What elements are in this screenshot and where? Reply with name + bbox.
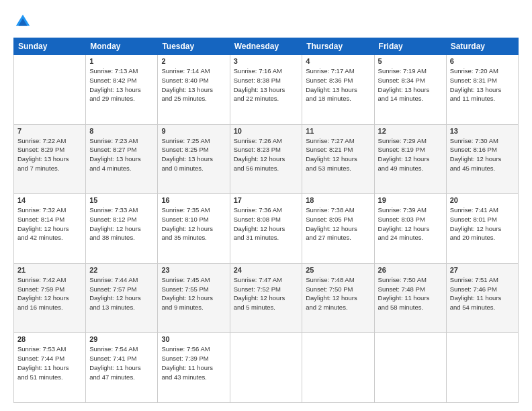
day-info: Sunrise: 7:22 AMSunset: 8:29 PMDaylight:…: [17, 136, 82, 173]
day-number: 19: [378, 196, 443, 204]
calendar-header-tuesday: Tuesday: [158, 38, 230, 55]
calendar-header-thursday: Thursday: [302, 38, 374, 55]
day-info: Sunrise: 7:42 AMSunset: 7:59 PMDaylight:…: [17, 275, 82, 312]
day-info: Sunrise: 7:45 AMSunset: 7:55 PMDaylight:…: [161, 275, 226, 312]
calendar-cell: 26Sunrise: 7:50 AMSunset: 7:48 PMDayligh…: [374, 263, 446, 333]
calendar-cell: [374, 333, 446, 403]
calendar-week-row: 7Sunrise: 7:22 AMSunset: 8:29 PMDaylight…: [14, 124, 519, 194]
calendar-cell: 24Sunrise: 7:47 AMSunset: 7:52 PMDayligh…: [230, 263, 302, 333]
day-number: 24: [234, 266, 299, 274]
day-number: 11: [306, 127, 370, 135]
day-number: 8: [89, 127, 154, 135]
calendar-cell: 25Sunrise: 7:48 AMSunset: 7:50 PMDayligh…: [302, 263, 374, 333]
day-number: 18: [306, 196, 370, 204]
calendar-cell: 6Sunrise: 7:20 AMSunset: 8:31 PMDaylight…: [446, 55, 518, 125]
calendar-header-wednesday: Wednesday: [230, 38, 302, 55]
calendar-cell: 11Sunrise: 7:27 AMSunset: 8:21 PMDayligh…: [302, 124, 374, 194]
day-info: Sunrise: 7:20 AMSunset: 8:31 PMDaylight:…: [450, 66, 515, 103]
day-info: Sunrise: 7:16 AMSunset: 8:38 PMDaylight:…: [234, 66, 299, 103]
calendar-cell: 15Sunrise: 7:33 AMSunset: 8:12 PMDayligh…: [86, 194, 158, 264]
day-info: Sunrise: 7:35 AMSunset: 8:10 PMDaylight:…: [161, 205, 226, 242]
calendar-week-row: 14Sunrise: 7:32 AMSunset: 8:14 PMDayligh…: [14, 194, 519, 264]
day-info: Sunrise: 7:29 AMSunset: 8:19 PMDaylight:…: [378, 136, 443, 173]
day-number: 28: [17, 335, 82, 343]
day-info: Sunrise: 7:26 AMSunset: 8:23 PMDaylight:…: [234, 136, 299, 173]
day-info: Sunrise: 7:14 AMSunset: 8:40 PMDaylight:…: [161, 66, 226, 103]
logo: [13, 12, 35, 31]
calendar-cell: 2Sunrise: 7:14 AMSunset: 8:40 PMDaylight…: [158, 55, 230, 125]
day-number: 29: [89, 335, 154, 343]
day-number: 9: [161, 127, 226, 135]
calendar-cell: 27Sunrise: 7:51 AMSunset: 7:46 PMDayligh…: [446, 263, 518, 333]
day-number: 22: [89, 266, 154, 274]
day-info: Sunrise: 7:32 AMSunset: 8:14 PMDaylight:…: [17, 205, 82, 242]
day-info: Sunrise: 7:51 AMSunset: 7:46 PMDaylight:…: [450, 275, 515, 312]
day-info: Sunrise: 7:19 AMSunset: 8:34 PMDaylight:…: [378, 66, 443, 103]
calendar-cell: 5Sunrise: 7:19 AMSunset: 8:34 PMDaylight…: [374, 55, 446, 125]
calendar-cell: 28Sunrise: 7:53 AMSunset: 7:44 PMDayligh…: [14, 333, 86, 403]
calendar-week-row: 28Sunrise: 7:53 AMSunset: 7:44 PMDayligh…: [14, 333, 519, 403]
day-number: 5: [378, 57, 443, 65]
day-number: 6: [450, 57, 515, 65]
day-info: Sunrise: 7:48 AMSunset: 7:50 PMDaylight:…: [306, 275, 370, 312]
day-number: 14: [17, 196, 82, 204]
day-number: 16: [161, 196, 226, 204]
calendar-cell: 3Sunrise: 7:16 AMSunset: 8:38 PMDaylight…: [230, 55, 302, 125]
day-number: 27: [450, 266, 515, 274]
day-info: Sunrise: 7:41 AMSunset: 8:01 PMDaylight:…: [450, 205, 515, 242]
calendar-cell: 18Sunrise: 7:38 AMSunset: 8:05 PMDayligh…: [302, 194, 374, 264]
calendar-cell: 9Sunrise: 7:25 AMSunset: 8:25 PMDaylight…: [158, 124, 230, 194]
day-info: Sunrise: 7:33 AMSunset: 8:12 PMDaylight:…: [89, 205, 154, 242]
calendar-cell: 23Sunrise: 7:45 AMSunset: 7:55 PMDayligh…: [158, 263, 230, 333]
calendar-cell: 12Sunrise: 7:29 AMSunset: 8:19 PMDayligh…: [374, 124, 446, 194]
calendar-cell: 13Sunrise: 7:30 AMSunset: 8:16 PMDayligh…: [446, 124, 518, 194]
day-number: 1: [89, 57, 154, 65]
calendar-cell: 22Sunrise: 7:44 AMSunset: 7:57 PMDayligh…: [86, 263, 158, 333]
calendar-cell: 21Sunrise: 7:42 AMSunset: 7:59 PMDayligh…: [14, 263, 86, 333]
calendar-header-row: SundayMondayTuesdayWednesdayThursdayFrid…: [14, 38, 519, 55]
day-number: 15: [89, 196, 154, 204]
day-info: Sunrise: 7:25 AMSunset: 8:25 PMDaylight:…: [161, 136, 226, 173]
day-info: Sunrise: 7:23 AMSunset: 8:27 PMDaylight:…: [89, 136, 154, 173]
day-number: 30: [161, 335, 226, 343]
calendar-cell: 10Sunrise: 7:26 AMSunset: 8:23 PMDayligh…: [230, 124, 302, 194]
day-number: 10: [234, 127, 299, 135]
day-info: Sunrise: 7:39 AMSunset: 8:03 PMDaylight:…: [378, 205, 443, 242]
calendar-cell: 8Sunrise: 7:23 AMSunset: 8:27 PMDaylight…: [86, 124, 158, 194]
calendar-header-sunday: Sunday: [14, 38, 86, 55]
day-info: Sunrise: 7:56 AMSunset: 7:39 PMDaylight:…: [161, 345, 226, 381]
calendar-cell: 1Sunrise: 7:13 AMSunset: 8:42 PMDaylight…: [86, 55, 158, 125]
day-number: 13: [450, 127, 515, 135]
day-info: Sunrise: 7:36 AMSunset: 8:08 PMDaylight:…: [234, 205, 299, 242]
day-number: 4: [306, 57, 370, 65]
day-info: Sunrise: 7:50 AMSunset: 7:48 PMDaylight:…: [378, 275, 443, 312]
calendar: SundayMondayTuesdayWednesdayThursdayFrid…: [13, 38, 519, 403]
day-number: 2: [161, 57, 226, 65]
day-info: Sunrise: 7:47 AMSunset: 7:52 PMDaylight:…: [234, 275, 299, 312]
day-number: 25: [306, 266, 370, 274]
calendar-week-row: 21Sunrise: 7:42 AMSunset: 7:59 PMDayligh…: [14, 263, 519, 333]
day-info: Sunrise: 7:13 AMSunset: 8:42 PMDaylight:…: [89, 66, 154, 103]
calendar-cell: 20Sunrise: 7:41 AMSunset: 8:01 PMDayligh…: [446, 194, 518, 264]
day-number: 3: [234, 57, 299, 65]
calendar-cell: 29Sunrise: 7:54 AMSunset: 7:41 PMDayligh…: [86, 333, 158, 403]
calendar-header-friday: Friday: [374, 38, 446, 55]
header: [13, 12, 519, 31]
day-info: Sunrise: 7:27 AMSunset: 8:21 PMDaylight:…: [306, 136, 370, 173]
day-number: 23: [161, 266, 226, 274]
day-info: Sunrise: 7:54 AMSunset: 7:41 PMDaylight:…: [89, 345, 154, 381]
day-info: Sunrise: 7:17 AMSunset: 8:36 PMDaylight:…: [306, 66, 370, 103]
day-number: 17: [234, 196, 299, 204]
calendar-cell: 14Sunrise: 7:32 AMSunset: 8:14 PMDayligh…: [14, 194, 86, 264]
calendar-cell: [14, 55, 86, 125]
day-info: Sunrise: 7:38 AMSunset: 8:05 PMDaylight:…: [306, 205, 370, 242]
day-number: 21: [17, 266, 82, 274]
calendar-cell: 7Sunrise: 7:22 AMSunset: 8:29 PMDaylight…: [14, 124, 86, 194]
calendar-header-saturday: Saturday: [446, 38, 518, 55]
day-number: 26: [378, 266, 443, 274]
calendar-cell: [446, 333, 518, 403]
calendar-cell: [302, 333, 374, 403]
calendar-cell: 4Sunrise: 7:17 AMSunset: 8:36 PMDaylight…: [302, 55, 374, 125]
day-info: Sunrise: 7:44 AMSunset: 7:57 PMDaylight:…: [89, 275, 154, 312]
calendar-cell: [230, 333, 302, 403]
